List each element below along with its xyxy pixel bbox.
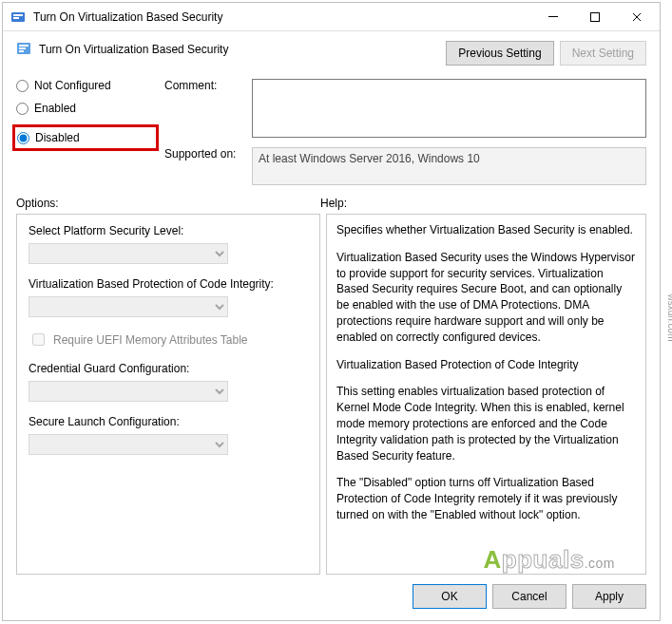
svg-rect-8 [19, 50, 24, 52]
help-label: Help: [320, 197, 646, 210]
options-pane: Select Platform Security Level: Virtuali… [16, 214, 320, 575]
highlight-disabled: Disabled [12, 124, 159, 151]
comment-textarea[interactable] [252, 79, 646, 138]
help-paragraph: The "Disabled" option turns off Virtuali… [336, 475, 636, 522]
opt-securelaunch-select [29, 434, 228, 455]
help-paragraph: Virtualization Based Protection of Code … [336, 357, 636, 373]
apply-button[interactable]: Apply [572, 584, 646, 609]
radio-disabled-input[interactable] [17, 132, 29, 144]
comment-label: Comment: [164, 79, 246, 92]
header-row: Turn On Virtualization Based Security Pr… [3, 31, 660, 69]
svg-rect-6 [19, 45, 29, 47]
supported-on-box: At least Windows Server 2016, Windows 10 [252, 147, 646, 185]
opt-uefi-checkbox [32, 333, 45, 346]
policy-title: Turn On Virtualization Based Security [39, 41, 438, 56]
dialog-footer: OK Cancel Apply [3, 575, 660, 620]
minimize-button[interactable] [532, 4, 574, 30]
titlebar: Turn On Virtualization Based Security [3, 3, 660, 31]
supported-on-text: At least Windows Server 2016, Windows 10 [259, 152, 480, 165]
svg-rect-3 [548, 16, 558, 17]
state-radios: Not Configured Enabled Disabled [16, 79, 159, 151]
maximize-button[interactable] [574, 4, 616, 30]
radio-enabled[interactable]: Enabled [16, 102, 159, 115]
previous-setting-button[interactable]: Previous Setting [446, 41, 553, 66]
gpo-icon [10, 9, 26, 25]
close-button[interactable] [616, 4, 658, 30]
help-paragraph: Specifies whether Virtualization Based S… [336, 222, 636, 238]
source-url: wsxdn.com [666, 293, 673, 341]
opt-credguard-label: Credential Guard Configuration: [29, 362, 308, 375]
radio-not-configured[interactable]: Not Configured [16, 79, 159, 92]
help-paragraph: This setting enables virtualization base… [336, 384, 636, 463]
opt-platform-select [29, 243, 228, 264]
help-paragraph: Virtualization Based Security uses the W… [336, 250, 636, 346]
svg-rect-2 [13, 17, 19, 19]
policy-icon [16, 41, 31, 56]
radio-not-configured-label: Not Configured [34, 79, 111, 92]
opt-platform-label: Select Platform Security Level: [29, 224, 308, 237]
next-setting-button: Next Setting [560, 41, 646, 66]
opt-uefi-check: Require UEFI Memory Attributes Table [29, 331, 308, 349]
svg-rect-7 [19, 47, 26, 49]
window-title: Turn On Virtualization Based Security [33, 10, 532, 24]
gpo-dialog: Turn On Virtualization Based Security Tu… [2, 2, 661, 621]
state-and-comment: Not Configured Enabled Disabled Comment:… [3, 69, 660, 189]
help-pane[interactable]: Specifies whether Virtualization Based S… [326, 214, 646, 575]
ok-button[interactable]: OK [413, 584, 487, 609]
opt-vbpci-select [29, 296, 228, 317]
cancel-button[interactable]: Cancel [492, 584, 566, 609]
opt-uefi-label: Require UEFI Memory Attributes Table [53, 333, 248, 347]
opt-vbpci-label: Virtualization Based Protection of Code … [29, 277, 308, 291]
radio-enabled-label: Enabled [34, 102, 76, 115]
section-labels: Options: Help: [3, 189, 660, 214]
opt-credguard-select [29, 381, 228, 402]
opt-securelaunch-label: Secure Launch Configuration: [29, 415, 308, 428]
svg-rect-1 [13, 14, 23, 16]
svg-rect-4 [591, 12, 600, 21]
radio-enabled-input[interactable] [16, 103, 29, 115]
radio-not-configured-input[interactable] [16, 80, 29, 92]
panes: Select Platform Security Level: Virtuali… [3, 214, 660, 575]
radio-disabled[interactable]: Disabled [17, 131, 80, 144]
options-label: Options: [16, 197, 320, 210]
radio-disabled-label: Disabled [35, 131, 80, 144]
supported-label: Supported on: [164, 147, 246, 161]
